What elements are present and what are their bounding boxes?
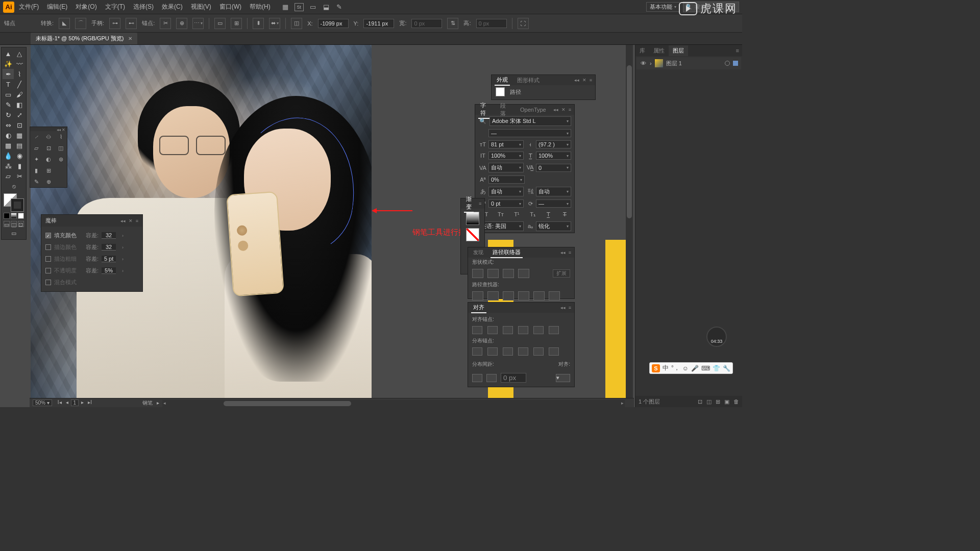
handles-show-button[interactable]: ⊶ <box>109 18 120 29</box>
aki2-input[interactable]: — <box>536 199 571 208</box>
ime-lang[interactable]: 中 <box>663 364 669 372</box>
draw-normal[interactable]: ▭ <box>4 221 10 227</box>
type-tool[interactable]: T <box>3 79 14 89</box>
antialiasing-dropdown[interactable]: 锐化 <box>536 221 571 231</box>
tt-underline[interactable]: T̲ <box>542 211 555 218</box>
layer-thumbnail[interactable] <box>655 59 663 67</box>
pen-tool[interactable]: ✒ <box>3 69 14 79</box>
selection-tool[interactable]: ▲ <box>3 48 14 59</box>
color-none[interactable] <box>18 213 24 219</box>
menu-type[interactable]: 文字(T) <box>102 1 129 13</box>
last-artboard-icon[interactable]: ▸I <box>86 399 93 406</box>
align-right[interactable] <box>503 326 513 334</box>
pf-exclude[interactable] <box>518 269 529 278</box>
make-clip-icon[interactable]: ◫ <box>706 398 712 405</box>
zoom-level[interactable]: 50% ▾ <box>33 399 52 406</box>
mw-option-fill[interactable]: 填充颜色 容差: 32 › <box>45 230 138 241</box>
pf-intersect[interactable] <box>503 269 514 278</box>
panel-menu-icon[interactable]: ≡ <box>136 218 138 223</box>
line-tool[interactable]: ╱ <box>14 79 25 89</box>
font-family-dropdown[interactable]: Adobe 宋体 Std L <box>489 116 571 126</box>
mw-option-blend[interactable]: 混合模式 <box>45 277 138 288</box>
ime-skin-icon[interactable]: 👕 <box>713 365 720 372</box>
convert-smooth-button[interactable]: ⌒ <box>75 18 86 29</box>
free-transform-tool[interactable]: ⊡ <box>14 120 25 130</box>
first-artboard-icon[interactable]: I◂ <box>56 399 63 406</box>
ime-keyboard-icon[interactable]: ⌨ <box>701 365 710 372</box>
direct-selection-tool[interactable]: △ <box>14 48 25 59</box>
workspace-switcher[interactable]: 基本功能 <box>646 2 680 12</box>
column-graph-tool[interactable]: ▮ <box>14 161 25 171</box>
menu-select[interactable]: 选择(S) <box>130 1 157 13</box>
ime-mic-icon[interactable]: 🎤 <box>691 365 699 372</box>
h-input[interactable] <box>476 19 507 28</box>
new-layer-icon[interactable]: ▣ <box>724 398 729 405</box>
tp-chart[interactable]: ⊞ <box>42 165 55 176</box>
tt-strike[interactable]: T̶ <box>558 211 571 218</box>
dist-hcenter[interactable] <box>533 347 544 356</box>
link-wh-button[interactable]: ⇅ <box>447 18 458 29</box>
panel-close-icon[interactable]: ✕ <box>129 218 133 223</box>
draw-inside[interactable]: ⊡ <box>18 221 24 227</box>
bridge-icon[interactable]: ▦ <box>281 3 289 11</box>
aki-input[interactable]: 0 pt <box>488 199 524 208</box>
locate-object-icon[interactable]: ⊡ <box>698 398 702 405</box>
vscale-input[interactable]: 100% <box>488 152 524 160</box>
tp-extra1[interactable]: ◐ <box>42 154 55 165</box>
align-v-button[interactable]: ⬌ <box>269 18 280 29</box>
align-h-button[interactable]: ⬍ <box>253 18 264 29</box>
rotate-tool[interactable]: ↻ <box>3 110 14 120</box>
tp-reflect[interactable]: ⦵ <box>42 131 55 142</box>
font-size-input[interactable]: 81 pt <box>488 140 524 148</box>
width-tool[interactable]: ⇔ <box>3 120 14 130</box>
curvature-tool[interactable]: ⌇ <box>14 69 25 79</box>
new-sublayer-icon[interactable]: ⊞ <box>716 398 720 405</box>
vertical-scrollbar[interactable] <box>626 45 633 398</box>
expand-icon[interactable]: › <box>650 60 652 66</box>
pf-minus-back[interactable] <box>549 291 560 300</box>
next-artboard-icon[interactable]: ▸ <box>80 399 85 406</box>
opentype-tab[interactable]: OpenType <box>518 106 548 114</box>
tp-extra2[interactable]: ⊛ <box>55 154 67 165</box>
color-gradient[interactable] <box>11 213 17 219</box>
menu-window[interactable]: 窗口(W) <box>216 1 245 13</box>
font-style-dropdown[interactable]: — <box>488 129 571 137</box>
stroke-swatch[interactable] <box>11 198 24 212</box>
anchor-remove-button[interactable]: ✂ <box>160 18 171 29</box>
pf-unite[interactable] <box>472 269 483 278</box>
document-tab[interactable]: 未标题-1* @ 50% (RGB/GPU 预览) ✕ <box>31 33 137 44</box>
dist-right[interactable] <box>549 347 559 356</box>
mw-opacity-checkbox[interactable] <box>45 268 51 273</box>
menu-object[interactable]: 对象(O) <box>72 1 100 13</box>
tp-graph[interactable]: ▮ <box>30 165 42 176</box>
pf-tab-extra[interactable]: 发现 <box>471 248 485 257</box>
handles-hide-button[interactable]: ⊷ <box>126 18 137 29</box>
eraser-tool[interactable]: ◧ <box>14 99 25 110</box>
align-top[interactable] <box>518 326 528 334</box>
dist-vcenter[interactable] <box>487 347 498 356</box>
hscale-input[interactable]: 100% <box>536 152 571 160</box>
eyedropper-tool[interactable]: 💧 <box>3 151 14 161</box>
align-left[interactable] <box>472 326 482 334</box>
slice-tool[interactable]: ✂ <box>14 171 25 181</box>
panel-menu-icon[interactable]: ≡ <box>733 47 742 54</box>
ime-tool-icon[interactable]: 🔧 <box>723 365 730 372</box>
transform-panel-header[interactable]: ◂◂ ✕ <box>30 127 67 131</box>
color-solid[interactable] <box>4 213 10 219</box>
baseline-input[interactable]: 0% <box>488 176 525 184</box>
auto2-input[interactable]: 自动 <box>536 187 571 196</box>
y-input[interactable] <box>363 19 394 28</box>
pf-outline[interactable] <box>533 291 545 300</box>
horizontal-scrollbar[interactable]: ◂ ▸ <box>162 400 625 407</box>
menu-effect[interactable]: 效果(C) <box>158 1 186 13</box>
artboard-number[interactable]: 1 <box>71 399 79 406</box>
dist-hspace[interactable] <box>486 374 497 382</box>
screen-mode-button[interactable]: ▭ <box>3 228 25 238</box>
ime-punct-icon[interactable]: °， <box>671 364 680 372</box>
mw-fill-tolerance[interactable]: 32 <box>102 232 116 239</box>
tp-brush[interactable]: ✎ <box>30 176 42 187</box>
feedback-icon[interactable]: ✎ <box>335 3 344 11</box>
tp-skew[interactable]: ⟋ <box>30 131 42 142</box>
color-swatches[interactable] <box>3 193 25 212</box>
align-bottom[interactable] <box>549 326 559 334</box>
